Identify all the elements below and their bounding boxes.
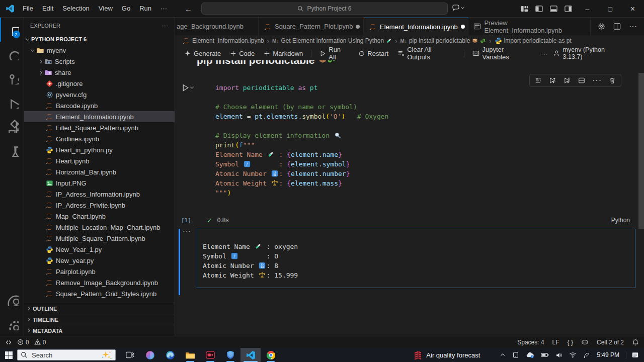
editor-scrollbar[interactable]: [638, 73, 644, 229]
copilot-status-icon[interactable]: [581, 338, 589, 346]
file-myenv[interactable]: myenv: [24, 45, 175, 56]
phone-link-icon[interactable]: [512, 351, 519, 358]
breadcrumb-item-pip-install-periodictable[interactable]: M↓pip install periodictable: [400, 37, 487, 44]
kernel-picker[interactable]: myenv (Python 3.13.7): [553, 46, 644, 60]
section-timeline[interactable]: TIMELINE: [24, 314, 175, 325]
indent-indicator[interactable]: Spaces: 4: [517, 339, 544, 346]
problems-errors[interactable]: 0: [17, 339, 29, 346]
pen-ink-icon[interactable]: [583, 352, 590, 358]
battery-icon[interactable]: [541, 352, 549, 358]
run-all-button[interactable]: Run All: [315, 47, 353, 59]
menu-edit[interactable]: Edit: [38, 3, 58, 15]
menu-go[interactable]: Go: [117, 3, 135, 15]
notification-center-icon[interactable]: [626, 351, 639, 358]
breadcrumb-item-get-element-information-using-[interactable]: M↓Get Element Information Using Python: [272, 37, 392, 44]
taskbar-app-edge[interactable]: [160, 348, 180, 362]
menu-more[interactable]: ···: [156, 3, 172, 15]
section-metadata[interactable]: METADATA: [24, 325, 175, 336]
file-square-pattern-grid-styles-ipynb[interactable]: Square_Pattern_Grid_Styles.ipynb: [24, 288, 175, 299]
clock[interactable]: 5:49 PM: [597, 351, 619, 358]
file-filled-square-pattern-ipynb[interactable]: Filled_Square_Pattern.ipynb: [24, 122, 175, 133]
tray-chevron-up-icon[interactable]: [500, 352, 506, 358]
language-braces-indicator[interactable]: { }: [568, 339, 573, 346]
file-barcode-ipynb[interactable]: Barcode.ipynb: [24, 100, 175, 111]
taskbar-app-copilot[interactable]: [140, 348, 160, 362]
jupyter-variables-button[interactable]: (x)Jupyter Variables: [468, 47, 536, 59]
weather-widget[interactable]: Air quality forecast: [414, 350, 480, 360]
project-root[interactable]: PYTHON PROJECT 6: [24, 34, 175, 45]
maximize-button[interactable]: ▢: [599, 0, 621, 18]
activity-search[interactable]: [0, 42, 24, 66]
onedrive-cloud-icon[interactable]: i: [526, 351, 534, 358]
speaker-icon[interactable]: [555, 352, 562, 358]
taskbar-app-recorder[interactable]: [200, 348, 220, 362]
taskbar-app-chrome[interactable]: [261, 348, 281, 362]
run-cell-button[interactable]: [181, 83, 193, 92]
markdown-button[interactable]: Markdown: [260, 47, 307, 59]
breadcrumb-item-import-periodictable-as-pt[interactable]: import periodictable as pt: [495, 37, 572, 45]
toggle-sidebar-icon[interactable]: [535, 5, 543, 13]
file-ip-adress-information-ipynb[interactable]: IP_Adress_Information.ipynb: [24, 189, 175, 200]
taskbar-app-folder[interactable]: [180, 348, 200, 362]
tab-square-pattern-plot-ipynb[interactable]: Square_Pattern_Plot.ipynb: [259, 18, 364, 35]
file-scripts[interactable]: Scripts: [24, 56, 175, 67]
file-horizontal-bar-ipynb[interactable]: Horizontal_Bar.ipynb: [24, 166, 175, 177]
file-heart-ipynb[interactable]: Heart.ipynb: [24, 155, 175, 166]
section-outline[interactable]: OUTLINE: [24, 303, 175, 314]
taskbar-app-shield[interactable]: [220, 348, 240, 362]
file-new-year-1-py[interactable]: New_Year_1.py: [24, 244, 175, 255]
back-arrow[interactable]: ←: [185, 5, 192, 13]
clear-all-outputs-button[interactable]: Clear All Outputs: [393, 47, 460, 59]
minimize-button[interactable]: –: [576, 0, 599, 18]
activity-manage[interactable]: [0, 312, 24, 336]
menu-view[interactable]: View: [94, 3, 117, 15]
tab-preview-element-information-ipynb[interactable]: Preview Element_Information.ipynb: [468, 18, 591, 35]
file-pyvenv-cfg[interactable]: pyvenv.cfg: [24, 89, 175, 100]
generate-button[interactable]: Generate: [180, 47, 225, 59]
file-new-year-py[interactable]: New_year.py: [24, 255, 175, 266]
file-ip-adress-privite-ipynb[interactable]: IP_Adress_Privite.ipynb: [24, 200, 175, 211]
remote-indicator-icon[interactable]: [5, 339, 12, 346]
menu-file[interactable]: File: [18, 3, 38, 15]
output-more-icon[interactable]: ···: [183, 227, 191, 235]
taskbar-app-vscode[interactable]: [240, 348, 261, 362]
activity-extensions[interactable]: [0, 114, 24, 138]
command-center-search[interactable]: Python Project 6: [201, 3, 448, 15]
eol-indicator[interactable]: LF: [552, 339, 559, 346]
taskbar-search-box[interactable]: Search: [17, 349, 116, 360]
activity-run-and-debug[interactable]: [0, 90, 24, 114]
customize-layout-icon[interactable]: [521, 5, 528, 13]
file-multiple-square-pattern-ipynb[interactable]: Multiple_Square_Pattern.ipynb: [24, 233, 175, 244]
menu-run[interactable]: Run: [135, 3, 156, 15]
tab-element-information-ipynb[interactable]: Element_Information.ipynb: [364, 18, 468, 35]
file-gridlines-ipynb[interactable]: Gridlines.ipynb: [24, 133, 175, 144]
toolbar-more-button[interactable]: ···: [537, 47, 552, 59]
notifications-bell-icon[interactable]: [632, 339, 639, 346]
toggle-secondary-sidebar-icon[interactable]: [565, 5, 572, 13]
file-element-information-ipynb[interactable]: Element_Information.ipynb: [24, 111, 175, 122]
activity-source-control[interactable]: [0, 66, 24, 90]
file-map-chart-ipynb[interactable]: Map_Chart.ipynb: [24, 211, 175, 222]
breadcrumb-item-element-information-ipynb[interactable]: Element_Information.ipynb: [182, 37, 264, 45]
code-button[interactable]: Code: [226, 47, 259, 59]
modified-dot-icon[interactable]: [356, 25, 360, 29]
activity-account[interactable]: [0, 288, 24, 312]
file-input-png[interactable]: Input.PNG: [24, 177, 175, 189]
file-multiple-location-map-chart-ipynb[interactable]: Multiple_Location_Map_Chart.ipynb: [24, 222, 175, 233]
wifi-icon[interactable]: [569, 352, 577, 358]
explorer-more-icon[interactable]: ···: [162, 23, 169, 29]
code-cell-editor[interactable]: import periodictable as pt# Choose eleme…: [197, 83, 636, 198]
modified-dot-icon[interactable]: [461, 25, 465, 29]
file-heart-in-python-py[interactable]: Heart_in_python.py: [24, 144, 175, 155]
tab-age-background-ipynb[interactable]: age_Background.ipynb: [175, 18, 259, 35]
start-button[interactable]: [0, 348, 17, 362]
breadcrumb[interactable]: Element_Information.ipynb›M↓Get Element …: [175, 35, 644, 46]
restart-button[interactable]: Restart: [354, 47, 392, 59]
editor-more-icon[interactable]: ···: [629, 22, 637, 31]
cell-position-indicator[interactable]: Cell 2 of 2: [597, 339, 624, 346]
menu-selection[interactable]: Selection: [58, 3, 94, 15]
toggle-panel-icon[interactable]: [550, 5, 557, 13]
close-button[interactable]: ×: [621, 0, 644, 18]
problems-warnings[interactable]: 0: [34, 339, 46, 346]
cell-language[interactable]: Python: [611, 217, 630, 224]
